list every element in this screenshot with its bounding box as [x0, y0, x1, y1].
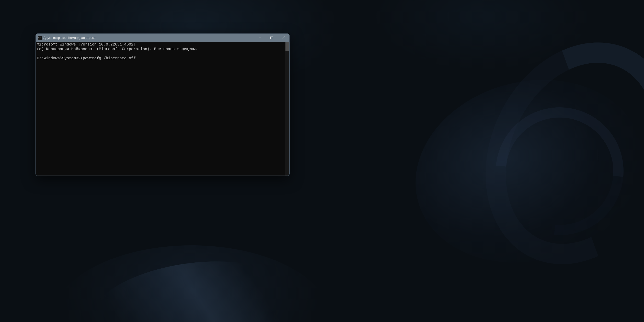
titlebar[interactable]: Администратор: Командная строка — [36, 34, 289, 42]
maximize-icon — [270, 37, 273, 39]
svg-rect-1 — [271, 37, 273, 39]
command-text: powercfg /hibernate off — [83, 56, 136, 61]
close-button[interactable] — [278, 34, 289, 42]
version-line: Microsoft Windows [Version 10.0.22631.46… — [37, 42, 136, 47]
console-output: Microsoft Windows [Version 10.0.22631.46… — [36, 42, 289, 61]
maximize-button[interactable] — [266, 34, 278, 42]
minimize-button[interactable] — [254, 34, 266, 42]
scrollbar-thumb[interactable] — [285, 42, 289, 51]
cmd-icon — [38, 36, 42, 40]
minimize-icon — [259, 37, 261, 39]
prompt-text: C:\Windows\System32> — [37, 56, 83, 61]
console-body[interactable]: Microsoft Windows [Version 10.0.22631.46… — [36, 42, 289, 176]
close-icon — [282, 37, 285, 39]
window-controls — [254, 34, 289, 42]
command-prompt-window: Администратор: Командная строка Microsof — [36, 33, 290, 176]
window-title: Администратор: Командная строка — [43, 36, 96, 40]
copyright-line: (c) Корпорация Майкрософт (Microsoft Cor… — [37, 47, 198, 51]
scrollbar[interactable] — [285, 42, 289, 176]
